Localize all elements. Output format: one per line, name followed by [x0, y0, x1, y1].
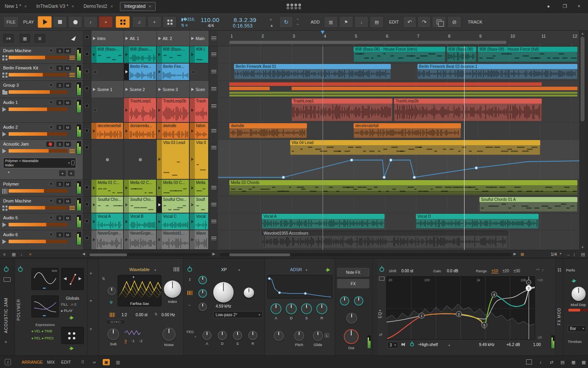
range-10[interactable]: ±10	[492, 269, 498, 273]
arranger-track-lane[interactable]: Mella 03 Chords	[218, 180, 579, 197]
octave-0[interactable]: 0	[125, 339, 127, 343]
arranger-track-lane[interactable]: Soulful Chords 01 A	[218, 197, 579, 213]
chooser-pin-icon[interactable]	[71, 160, 74, 165]
arranger-clip[interactable]: deceleratefall	[354, 123, 461, 138]
launcher-clip[interactable]: Berlin Fire...	[157, 64, 189, 80]
filter-env-icon[interactable]: ~	[188, 303, 191, 308]
fx-send-knob-2[interactable]	[354, 296, 363, 306]
monitor-dot[interactable]	[49, 125, 53, 129]
clip-slot[interactable]: Berlin Fire...	[157, 64, 190, 81]
clip-slot[interactable]: Scen	[190, 81, 209, 98]
scene-options-icon[interactable]	[211, 129, 216, 133]
eq-band-drag-handle[interactable]: −	[526, 280, 531, 285]
env-caret-icon[interactable]: ▾	[306, 268, 307, 272]
launcher-clip[interactable]: NeverEngin...	[91, 230, 123, 249]
clip-slot[interactable]: TrashLoop1	[124, 98, 157, 123]
launcher-clip[interactable]: deceleratefall	[91, 123, 123, 139]
clip-slot[interactable]: 808 (Bass-...	[157, 46, 190, 64]
playstart-marker[interactable]	[321, 31, 325, 34]
launcher-clip[interactable]: Soulful Cho...	[91, 197, 123, 213]
range-30[interactable]: ±30	[514, 269, 520, 273]
zoom-grid-icon[interactable]: ▤	[581, 252, 585, 257]
project-tab[interactable]: DemoTest2×	[79, 0, 118, 13]
scene-options-icon[interactable]	[211, 237, 216, 240]
clip-stop-button[interactable]	[83, 123, 91, 140]
tab-close-icon[interactable]: ×	[149, 4, 151, 9]
filter-mod-knob-3[interactable]	[198, 302, 207, 311]
eq-up-icon[interactable]: ↑	[542, 268, 544, 272]
clip-slot[interactable]: Vocal A	[91, 213, 124, 230]
volume-slider[interactable]	[9, 132, 67, 136]
clip-play-strip[interactable]	[91, 213, 96, 230]
device-panel-icon[interactable]: ▤	[559, 359, 566, 365]
clip-play-strip[interactable]	[190, 98, 195, 122]
clip-slot[interactable]: Mella 01 C...	[91, 180, 124, 197]
eq-listen-icon[interactable]	[401, 342, 406, 346]
clip-stop-button[interactable]	[83, 98, 91, 123]
arranger-clip[interactable]: Berlin Firework Beat 02-bounce-1	[417, 64, 577, 79]
clip-stop-button[interactable]	[83, 46, 91, 64]
clip-slot[interactable]: Wavo	[190, 230, 209, 250]
filter-mode-select[interactable]: Low-pass 2° ▾	[213, 311, 263, 318]
arranger-clip[interactable]: 808 (Bass-08) - House Force (full)	[478, 47, 577, 62]
env-a-knob[interactable]	[270, 303, 281, 314]
track-row[interactable]: Acoustic JamSMPolymer » WavetableIndex▾*…	[0, 140, 83, 180]
range-20[interactable]: ±20	[503, 269, 509, 273]
redo-button[interactable]: ↷	[417, 16, 431, 28]
play-button[interactable]	[38, 16, 52, 28]
clip-slot[interactable]: NeverEngin...	[124, 230, 157, 250]
clip-play-strip[interactable]	[157, 46, 162, 63]
feg-r-knob[interactable]	[248, 331, 258, 340]
play-row[interactable]: ▸ PLAY	[61, 309, 84, 313]
oscillator-select[interactable]: ◀ ▶	[61, 268, 84, 290]
launcher-clip[interactable]: NeverEngin...	[124, 230, 156, 249]
env-r-knob[interactable]	[316, 303, 327, 314]
timb-label[interactable]: TIMB	[44, 329, 52, 333]
clip-slot[interactable]	[190, 64, 209, 81]
scene-play-icon[interactable]	[191, 37, 194, 40]
eq-power-icon[interactable]	[379, 267, 384, 272]
eq-type-caret-icon[interactable]: ▾	[448, 344, 450, 347]
volume-slider[interactable]	[9, 206, 67, 210]
solo-button[interactable]: S	[56, 215, 63, 220]
eq-bell-icon[interactable]: ◠	[536, 268, 540, 272]
scene-header[interactable]: Intro	[91, 31, 124, 46]
clip-slot[interactable]: Soulful Cho...	[157, 197, 190, 213]
launcher-clip[interactable]: Mella	[190, 180, 208, 196]
arranger-scroll-right-icon[interactable]: ▶	[514, 252, 516, 256]
arranger-clip[interactable]: 808 (Bass-08)	[447, 47, 476, 62]
clip-play-strip[interactable]	[190, 230, 195, 249]
arranger-clip[interactable]: Vocal A	[262, 214, 385, 229]
solo-button[interactable]: S	[56, 232, 63, 237]
noise-knob[interactable]	[162, 328, 176, 341]
automation-write-button[interactable]: ♫	[132, 16, 146, 28]
hz-value[interactable]: 0.00 Hz	[162, 313, 175, 317]
arranger-track-lane[interactable]	[218, 81, 579, 98]
expand-lanes-icon[interactable]	[69, 206, 75, 210]
launcher-clip[interactable]: Mella 01 C...	[91, 180, 123, 196]
scroll-up-icon[interactable]: ▲	[580, 31, 585, 36]
clip-play-strip[interactable]	[190, 213, 195, 230]
pitch-knob[interactable]	[294, 331, 304, 341]
grid-small-icon[interactable]: ▦	[12, 252, 16, 257]
cutoff-knob[interactable]	[213, 282, 234, 302]
clip-slot[interactable]: Soulful Cho...	[124, 197, 157, 213]
clip-play-strip[interactable]	[190, 197, 195, 213]
velocity-knob[interactable]	[346, 313, 357, 324]
osc-prev-icon[interactable]: ◀	[64, 276, 67, 281]
monitor-dot[interactable]	[49, 182, 53, 186]
file-button[interactable]: FILE	[3, 16, 19, 28]
filter-power-icon[interactable]	[187, 267, 192, 272]
solo-button[interactable]: S	[56, 83, 63, 88]
launcher-hscroll-track[interactable]	[89, 253, 211, 257]
arranger-clip[interactable]: Mella 03 Chords	[229, 180, 577, 195]
record-arm-button[interactable]	[46, 142, 54, 147]
index-knob[interactable]	[164, 281, 181, 298]
eq-band-handle[interactable]: 4	[491, 291, 497, 297]
launcher-clip[interactable]: dorianredu...	[124, 123, 156, 139]
vertical-scroll-thumb[interactable]	[581, 37, 584, 121]
position-display[interactable]: 8.3.2.39	[234, 16, 256, 23]
file-template-button[interactable]: ▤	[370, 16, 384, 28]
solo-button[interactable]: S	[56, 142, 63, 147]
launcher-clip[interactable]: Vocal	[190, 213, 208, 230]
